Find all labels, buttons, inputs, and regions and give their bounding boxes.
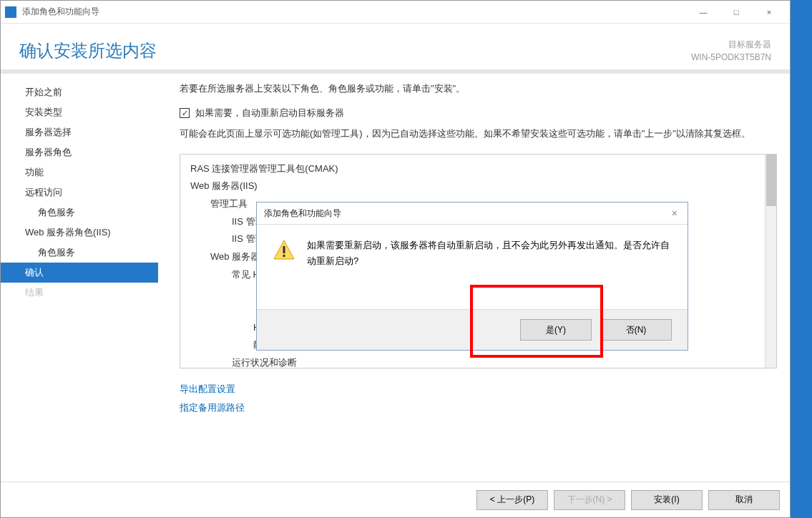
role-item: RAS 连接管理器管理工具包(CMAK) [190, 160, 766, 178]
optional-features-note: 可能会在此页面上显示可选功能(如管理工具)，因为已自动选择这些功能。如果不希望安… [180, 127, 777, 141]
roles-scrollbar[interactable] [765, 155, 776, 368]
warning-icon [273, 239, 295, 262]
sidebar-item-remote-access[interactable]: 远程访问 [19, 182, 158, 202]
dialog-footer: 是(Y) 否(N) [257, 310, 688, 350]
dialog-close-button[interactable]: × [669, 207, 680, 219]
role-item: Web 服务器(IIS) [190, 177, 766, 195]
auto-restart-checkbox-row[interactable]: ✓ 如果需要，自动重新启动目标服务器 [180, 107, 777, 119]
config-links: 导出配置设置 指定备用源路径 [180, 383, 777, 414]
sidebar-item-role-services-ra[interactable]: 角色服务 [19, 202, 158, 223]
dialog-title: 添加角色和功能向导 [264, 207, 669, 220]
sidebar-item-web-server-role[interactable]: Web 服务器角色(IIS) [19, 223, 158, 243]
wizard-footer: < 上一步(P) 下一步(N) > 安装(I) 取消 [1, 482, 790, 517]
svg-rect-1 [283, 246, 285, 253]
sidebar-item-results: 结果 [19, 283, 158, 303]
install-prompt: 若要在所选服务器上安装以下角色、角色服务或功能，请单击"安装"。 [180, 82, 777, 95]
app-icon [5, 6, 16, 18]
window-controls: — □ × [687, 1, 786, 23]
dialog-titlebar: 添加角色和功能向导 × [257, 202, 688, 224]
sidebar-item-features[interactable]: 功能 [19, 162, 158, 182]
next-button: 下一步(N) > [554, 490, 625, 510]
sidebar-item-server-selection[interactable]: 服务器选择 [19, 122, 158, 142]
minimize-button[interactable]: — [687, 1, 720, 23]
alt-source-link[interactable]: 指定备用源路径 [180, 401, 777, 414]
maximize-button[interactable]: □ [720, 1, 753, 23]
dialog-message: 如果需要重新启动，该服务器将自动重新启动，且不会为此另外再发出通知。是否允许自动… [307, 238, 672, 309]
sidebar-item-before-you-begin[interactable]: 开始之前 [19, 82, 158, 102]
sidebar-item-role-services-iis[interactable]: 角色服务 [19, 243, 158, 263]
close-button[interactable]: × [753, 1, 786, 23]
destination-server-info: 目标服务器 WIN-5PODK3T5B7N [691, 38, 771, 64]
dialog-yes-button[interactable]: 是(Y) [520, 319, 592, 341]
sidebar-item-confirm[interactable]: 确认 [1, 263, 158, 283]
titlebar: 添加角色和功能向导 — □ × [1, 1, 790, 24]
scrollbar-thumb[interactable] [766, 155, 776, 206]
wizard-header: 确认安装所选内容 目标服务器 WIN-5PODK3T5B7N [1, 24, 790, 74]
cancel-button[interactable]: 取消 [708, 490, 780, 510]
auto-restart-checkbox[interactable]: ✓ [180, 108, 190, 118]
page-title: 确认安装所选内容 [19, 39, 157, 62]
prev-button[interactable]: < 上一步(P) [476, 490, 548, 510]
role-item: 运行状况和诊断 [190, 354, 766, 368]
install-button[interactable]: 安装(I) [631, 490, 703, 510]
confirm-restart-dialog: 添加角色和功能向导 × 如果需要重新启动，该服务器将自动重新启动，且不会为此另外… [256, 202, 688, 351]
dest-server-name: WIN-5PODK3T5B7N [691, 51, 771, 64]
auto-restart-label: 如果需要，自动重新启动目标服务器 [195, 107, 344, 119]
export-config-link[interactable]: 导出配置设置 [180, 383, 777, 396]
sidebar-item-install-type[interactable]: 安装类型 [19, 102, 158, 122]
dialog-body: 如果需要重新启动，该服务器将自动重新启动，且不会为此另外再发出通知。是否允许自动… [257, 224, 688, 310]
dest-label: 目标服务器 [691, 38, 771, 51]
dialog-no-button[interactable]: 否(N) [600, 319, 672, 341]
wizard-sidebar: 开始之前 安装类型 服务器选择 服务器角色 功能 远程访问 角色服务 Web 服… [1, 74, 158, 460]
window-title: 添加角色和功能向导 [22, 6, 687, 18]
svg-rect-2 [283, 255, 285, 257]
sidebar-item-server-roles[interactable]: 服务器角色 [19, 142, 158, 162]
